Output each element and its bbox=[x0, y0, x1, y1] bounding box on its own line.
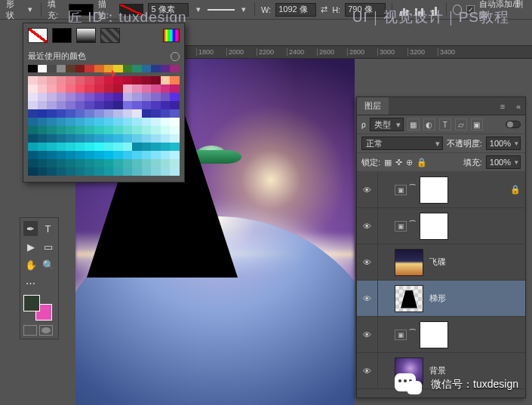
color-swatch[interactable] bbox=[75, 84, 85, 93]
color-swatch[interactable] bbox=[28, 126, 38, 134]
color-swatch[interactable] bbox=[66, 134, 75, 143]
color-swatch[interactable] bbox=[28, 109, 38, 118]
color-swatch[interactable] bbox=[47, 118, 57, 126]
color-swatch[interactable] bbox=[38, 109, 48, 118]
color-swatch[interactable] bbox=[85, 101, 94, 109]
blend-mode-dropdown[interactable]: 正常 bbox=[361, 137, 443, 150]
color-swatch[interactable] bbox=[161, 118, 171, 126]
color-swatch[interactable] bbox=[132, 109, 142, 118]
color-swatch[interactable] bbox=[47, 101, 57, 109]
path-selection-tool[interactable]: ▶ bbox=[23, 239, 38, 254]
fill-pattern-button[interactable] bbox=[100, 28, 120, 43]
color-swatch[interactable] bbox=[142, 134, 152, 143]
lock-position-icon[interactable]: ✜ bbox=[395, 158, 402, 167]
color-swatch[interactable] bbox=[151, 151, 161, 159]
color-swatch[interactable] bbox=[94, 118, 104, 126]
color-swatch[interactable] bbox=[75, 134, 85, 143]
color-swatch[interactable] bbox=[57, 134, 66, 143]
quick-mask-button[interactable] bbox=[39, 325, 53, 336]
lock-all-icon[interactable]: 🔒 bbox=[417, 158, 427, 167]
color-swatch[interactable] bbox=[94, 84, 104, 93]
recent-swatch[interactable] bbox=[47, 65, 57, 72]
color-swatch[interactable] bbox=[170, 118, 180, 126]
close-icon[interactable]: « bbox=[512, 102, 525, 111]
color-swatch[interactable] bbox=[38, 159, 48, 167]
color-swatch[interactable] bbox=[47, 134, 57, 143]
color-swatch[interactable] bbox=[75, 126, 85, 134]
panel-menu-icon[interactable]: ≡ bbox=[494, 102, 512, 111]
layer-thumbnail[interactable] bbox=[395, 249, 423, 276]
color-swatch[interactable] bbox=[75, 101, 85, 109]
color-swatch[interactable] bbox=[132, 151, 142, 159]
color-swatch[interactable] bbox=[113, 101, 123, 109]
pen-tool[interactable]: ✒ bbox=[23, 221, 38, 236]
color-swatch[interactable] bbox=[38, 134, 48, 143]
color-swatch[interactable] bbox=[75, 167, 85, 176]
filter-type-icon[interactable]: T bbox=[439, 118, 451, 130]
color-swatch[interactable] bbox=[132, 101, 142, 109]
mask-link-icon[interactable]: ⁀ bbox=[410, 330, 415, 340]
color-swatch[interactable] bbox=[123, 93, 133, 101]
color-swatch[interactable] bbox=[57, 101, 66, 109]
color-swatch[interactable] bbox=[66, 159, 75, 167]
lock-artboard-icon[interactable]: ⊕ bbox=[406, 158, 413, 167]
color-swatch[interactable] bbox=[66, 151, 75, 159]
layer-thumbnail[interactable] bbox=[420, 321, 448, 348]
mask-link-icon[interactable]: ⁀ bbox=[410, 185, 415, 195]
opacity-field[interactable]: 100% bbox=[486, 137, 521, 150]
zoom-tool[interactable]: 🔍 bbox=[41, 257, 55, 272]
color-swatch[interactable] bbox=[104, 134, 114, 143]
recent-swatch[interactable] bbox=[85, 65, 94, 72]
color-swatch[interactable] bbox=[142, 101, 152, 109]
color-swatch[interactable] bbox=[132, 118, 142, 126]
visibility-eye-icon[interactable]: 👁 bbox=[357, 281, 378, 316]
color-swatch[interactable] bbox=[161, 101, 171, 109]
color-swatch[interactable] bbox=[113, 151, 123, 159]
color-swatch[interactable] bbox=[132, 167, 142, 176]
lock-icon[interactable]: 🔒 bbox=[510, 185, 521, 195]
color-swatch[interactable] bbox=[132, 93, 142, 101]
color-swatch[interactable] bbox=[57, 167, 66, 176]
shape-mode-dropdown[interactable]: 形状 bbox=[6, 0, 21, 21]
color-swatch[interactable] bbox=[75, 151, 85, 159]
color-swatch[interactable] bbox=[47, 93, 57, 101]
fill-solid-button[interactable] bbox=[52, 28, 72, 43]
recent-swatch[interactable] bbox=[170, 65, 180, 72]
layer-item[interactable]: 👁 ▣⁀ bbox=[357, 208, 525, 244]
color-swatch[interactable] bbox=[28, 101, 38, 109]
color-swatch[interactable] bbox=[75, 109, 85, 118]
color-swatch[interactable] bbox=[161, 143, 171, 151]
color-swatch[interactable] bbox=[66, 167, 75, 176]
fill-none-button[interactable] bbox=[28, 28, 48, 43]
color-swatch[interactable] bbox=[151, 93, 161, 101]
chevron-down-icon[interactable]: ▾ bbox=[26, 5, 35, 15]
color-swatch[interactable] bbox=[85, 134, 94, 143]
color-swatch[interactable] bbox=[66, 76, 75, 84]
color-swatch[interactable] bbox=[85, 84, 94, 93]
filter-pixel-icon[interactable]: ▦ bbox=[407, 118, 420, 130]
color-swatch[interactable] bbox=[151, 143, 161, 151]
layer-thumbnail[interactable] bbox=[395, 285, 423, 312]
visibility-eye-icon[interactable]: 👁 bbox=[357, 244, 378, 280]
effects-icon[interactable]: ▣ bbox=[395, 330, 407, 340]
recent-swatch[interactable] bbox=[123, 65, 133, 72]
color-swatch[interactable] bbox=[28, 118, 38, 126]
color-swatch[interactable] bbox=[123, 84, 133, 93]
mask-link-icon[interactable]: ⁀ bbox=[410, 221, 415, 232]
color-swatch[interactable] bbox=[161, 126, 171, 134]
fill-opacity-field[interactable]: 100% bbox=[486, 155, 521, 169]
color-swatch[interactable] bbox=[47, 126, 57, 134]
color-swatch[interactable] bbox=[94, 93, 104, 101]
color-swatch[interactable] bbox=[161, 167, 171, 176]
color-swatch[interactable] bbox=[85, 159, 94, 167]
color-swatch[interactable] bbox=[94, 134, 104, 143]
fill-gradient-button[interactable] bbox=[76, 28, 96, 43]
color-swatch[interactable] bbox=[104, 76, 114, 84]
color-swatch[interactable] bbox=[113, 126, 123, 134]
color-swatch[interactable] bbox=[142, 109, 152, 118]
color-swatch[interactable] bbox=[104, 109, 114, 118]
color-swatch[interactable] bbox=[113, 159, 123, 167]
color-swatch[interactable] bbox=[85, 143, 94, 151]
color-swatch[interactable] bbox=[47, 84, 57, 93]
color-swatch[interactable] bbox=[132, 143, 142, 151]
